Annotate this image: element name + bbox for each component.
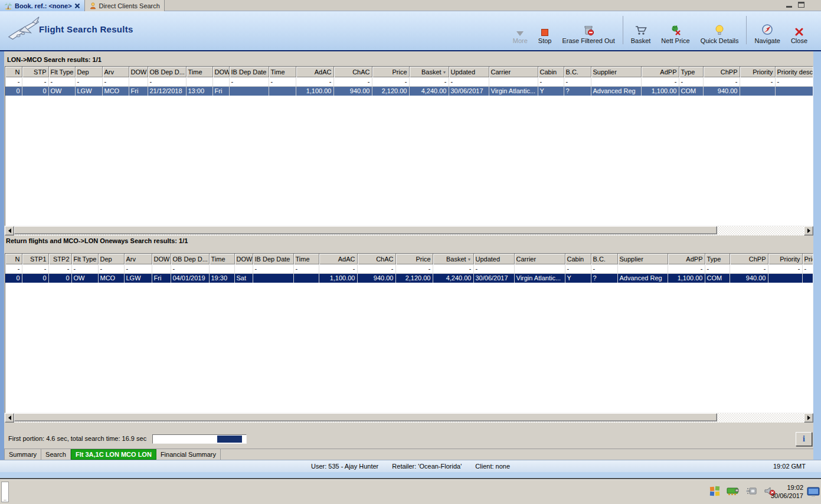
grid-cell[interactable]: 21/12/2018 [148, 86, 186, 96]
filter-cell[interactable]: - [98, 264, 124, 273]
filter-cell[interactable]: - [740, 77, 775, 86]
column-header[interactable]: IB Dep Date [229, 67, 269, 77]
minimize-button[interactable] [786, 2, 792, 8]
grid-cell[interactable]: ? [564, 86, 591, 96]
column-header[interactable]: Cabin [565, 254, 591, 264]
column-header[interactable]: Arv [102, 67, 129, 77]
filter-cell[interactable]: - [22, 77, 48, 86]
filter-cell[interactable]: - [705, 264, 730, 273]
grid-cell[interactable]: 0 [22, 273, 48, 283]
grid-cell[interactable]: Y [565, 273, 591, 283]
close-button[interactable]: Close [786, 12, 813, 48]
display-settings-tray-icon[interactable] [807, 487, 820, 497]
grid-cell[interactable]: 04/01/2019 [171, 273, 209, 283]
grid-cell[interactable]: COM [679, 86, 703, 96]
grid-cell[interactable]: Advanced Reg [617, 273, 668, 283]
column-header[interactable]: Prior... [802, 254, 813, 264]
column-header[interactable]: Arv [124, 254, 152, 264]
horizontal-scrollbar[interactable] [5, 413, 813, 423]
grid-cell[interactable]: 2,120.00 [372, 86, 409, 96]
tab-search[interactable]: Search [41, 449, 71, 460]
quick-launch-handle[interactable]: .. [1, 482, 9, 502]
grid-cell[interactable] [775, 86, 813, 96]
column-header[interactable]: ChPP [730, 254, 768, 264]
filter-cell[interactable]: - [802, 264, 813, 273]
grid-cell[interactable]: 940.00 [357, 273, 395, 283]
grid-cell[interactable]: 940.00 [730, 273, 768, 283]
grid-cell[interactable]: OW [71, 273, 98, 283]
column-header[interactable]: Supplier [617, 254, 668, 264]
grid-cell[interactable] [269, 86, 296, 96]
column-header[interactable]: Carrier [489, 67, 538, 77]
column-header[interactable]: Time [269, 67, 296, 77]
grid-cell[interactable]: 4,240.00 [409, 86, 449, 96]
column-header[interactable]: Cabin [538, 67, 564, 77]
column-header[interactable]: Type [705, 254, 730, 264]
outbound-results-grid[interactable]: NSTPFlt TypeDepArvDOWOB Dep D...TimeDOWI… [5, 66, 813, 226]
scroll-left-button[interactable] [5, 413, 14, 423]
grid-cell[interactable]: 940.00 [703, 86, 740, 96]
column-header[interactable]: DOW [234, 254, 253, 264]
basket-button[interactable]: Basket [626, 12, 656, 48]
scroll-right-button[interactable] [804, 413, 813, 423]
filter-cell[interactable]: - [48, 77, 75, 86]
grid-cell[interactable]: 1,100.00 [296, 86, 333, 96]
column-header[interactable]: IB Dep Date [253, 254, 293, 264]
column-header[interactable]: Supplier [591, 67, 641, 77]
grid-cell[interactable]: Advanced Reg [591, 86, 641, 96]
maximize-button[interactable] [798, 2, 804, 8]
tab-close-icon[interactable] [74, 3, 80, 9]
filter-cell[interactable]: - [679, 77, 703, 86]
column-header[interactable]: STP [22, 67, 48, 77]
filter-cell[interactable]: - [229, 77, 269, 86]
filter-cell[interactable]: - [730, 264, 768, 273]
grid-cell[interactable]: 2,120.00 [395, 273, 433, 283]
column-header[interactable]: DOW [152, 254, 171, 264]
return-results-grid[interactable]: NSTP1STP2Flt TypeDepArvDOWOB Dep D...Tim… [5, 253, 813, 413]
column-header[interactable]: Flt Type [48, 67, 75, 77]
grid-cell[interactable]: Virgin Atlantic... [514, 273, 565, 283]
taskbar-clock[interactable]: 19:02 30/06/2017 [764, 483, 803, 500]
stop-button[interactable]: Stop [533, 12, 557, 48]
tab-direct-clients-search[interactable]: Direct Clients Search [85, 0, 165, 11]
grid-cell[interactable]: Fri [152, 273, 171, 283]
filter-cell[interactable]: - [538, 77, 564, 86]
filter-cell[interactable]: - [668, 264, 705, 273]
column-header[interactable]: N [5, 67, 22, 77]
grid-cell[interactable]: 1,100.00 [641, 86, 679, 96]
filter-cell[interactable]: - [564, 77, 591, 86]
column-header[interactable]: STP2 [48, 254, 71, 264]
column-header[interactable]: Type [679, 67, 703, 77]
grid-cell[interactable]: OW [48, 86, 75, 96]
result-row[interactable]: 00OWLGWMCOFri21/12/201813:00Fri1,100.009… [5, 86, 813, 96]
grid-cell[interactable]: 4,240.00 [433, 273, 473, 283]
column-header[interactable]: Time [186, 67, 212, 77]
grid-cell[interactable] [802, 273, 813, 283]
filter-cell[interactable] [489, 77, 538, 86]
filter-cell[interactable]: - [473, 264, 514, 273]
scroll-thumb[interactable] [14, 413, 717, 421]
grid-cell[interactable]: ? [591, 273, 617, 283]
filter-cell[interactable] [591, 77, 641, 86]
filter-cell[interactable] [186, 77, 212, 86]
column-header[interactable]: Basket▼ [433, 254, 473, 264]
filter-cell[interactable] [617, 264, 668, 273]
grid-cell[interactable]: COM [705, 273, 730, 283]
filter-cell[interactable]: - [253, 264, 293, 273]
column-header[interactable]: Price [372, 67, 409, 77]
column-header[interactable]: AdAC [319, 254, 357, 264]
column-header[interactable]: STP1 [22, 254, 48, 264]
result-row[interactable]: 000OWMCOLGWFri04/01/201919:30Sat1,100.00… [5, 273, 813, 283]
filter-cell[interactable] [129, 77, 148, 86]
column-header[interactable]: AdPP [668, 254, 705, 264]
filter-cell[interactable]: - [102, 77, 129, 86]
column-header[interactable]: DOW [129, 67, 148, 77]
tab-flight-results-active[interactable]: Flt 3A,1C LON MCO LON [71, 449, 156, 460]
filter-cell[interactable] [152, 264, 171, 273]
column-header[interactable]: Carrier [514, 254, 565, 264]
filter-cell[interactable]: - [333, 77, 372, 86]
grid-cell[interactable]: LGW [75, 86, 102, 96]
column-header[interactable]: Dep [75, 67, 102, 77]
column-header[interactable]: Price [395, 254, 433, 264]
filter-cell[interactable] [234, 264, 253, 273]
